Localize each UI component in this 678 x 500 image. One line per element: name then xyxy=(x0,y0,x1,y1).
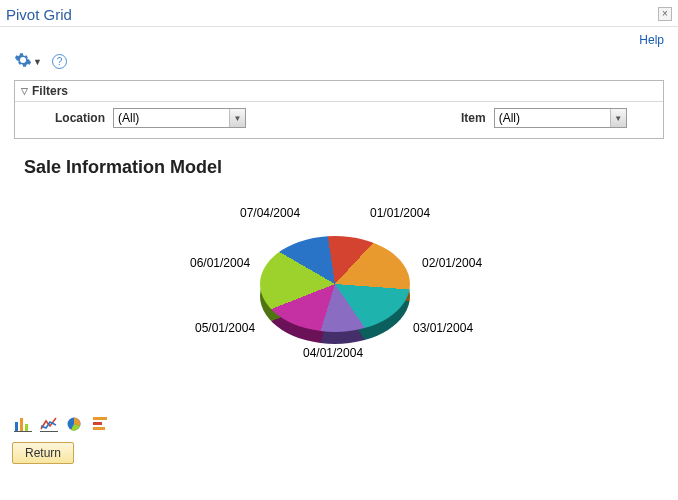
chart-title: Sale Information Model xyxy=(24,157,678,178)
slice-label-2: 02/01/2004 xyxy=(422,256,482,270)
slice-label-3: 03/01/2004 xyxy=(413,321,473,335)
bar-chart-icon[interactable] xyxy=(14,416,32,432)
filter-location: Location ▼ xyxy=(55,108,246,128)
svg-rect-2 xyxy=(25,424,28,431)
filters-header[interactable]: ▽ Filters xyxy=(15,81,663,102)
horizontal-bar-chart-icon[interactable] xyxy=(92,416,110,432)
question-icon: ? xyxy=(57,56,63,67)
svg-rect-0 xyxy=(15,422,18,431)
window-title: Pivot Grid xyxy=(6,6,72,23)
pie-top-face xyxy=(260,236,410,332)
slice-label-6: 06/01/2004 xyxy=(190,256,250,270)
line-chart-icon[interactable] xyxy=(40,416,58,432)
filters-body: Location ▼ Item ▼ xyxy=(15,102,663,138)
filter-item: Item ▼ xyxy=(461,108,627,128)
svg-rect-7 xyxy=(93,422,102,425)
title-bar: Pivot Grid × xyxy=(0,0,678,24)
chevron-down-icon: ▼ xyxy=(614,114,622,123)
pie-chart-icon[interactable] xyxy=(66,416,84,432)
filters-title: Filters xyxy=(32,84,68,98)
chart-type-toolbar xyxy=(0,398,678,432)
return-button[interactable]: Return xyxy=(12,442,74,464)
location-dropdown-button[interactable]: ▼ xyxy=(229,109,245,127)
chevron-down-icon: ▼ xyxy=(234,114,242,123)
pie-chart: 01/01/2004 02/01/2004 03/01/2004 04/01/2… xyxy=(0,188,678,398)
toolbar: ▼ ? xyxy=(0,49,678,80)
svg-rect-8 xyxy=(93,427,105,430)
filters-panel: ▽ Filters Location ▼ Item ▼ xyxy=(14,80,664,139)
slice-label-5: 05/01/2004 xyxy=(195,321,255,335)
close-button[interactable]: × xyxy=(658,7,672,21)
svg-rect-1 xyxy=(20,418,23,431)
item-dropdown-button[interactable]: ▼ xyxy=(610,109,626,127)
chevron-down-icon: ▼ xyxy=(33,57,42,67)
location-input[interactable] xyxy=(114,109,229,127)
item-select[interactable]: ▼ xyxy=(494,108,627,128)
item-input[interactable] xyxy=(495,109,610,127)
footer-row: Return xyxy=(0,432,678,464)
slice-label-7: 07/04/2004 xyxy=(240,206,300,220)
slice-label-4: 04/01/2004 xyxy=(303,346,363,360)
location-select[interactable]: ▼ xyxy=(113,108,246,128)
pie-graphic xyxy=(260,236,410,332)
location-label: Location xyxy=(55,111,105,125)
svg-rect-6 xyxy=(93,417,107,420)
item-label: Item xyxy=(461,111,486,125)
help-icon-button[interactable]: ? xyxy=(52,54,67,69)
collapse-icon: ▽ xyxy=(21,86,28,96)
help-row: Help xyxy=(0,27,678,49)
slice-label-1: 01/01/2004 xyxy=(370,206,430,220)
settings-menu-button[interactable]: ▼ xyxy=(14,51,42,72)
close-icon: × xyxy=(662,8,668,19)
help-link[interactable]: Help xyxy=(639,33,664,47)
gear-icon xyxy=(14,51,32,72)
